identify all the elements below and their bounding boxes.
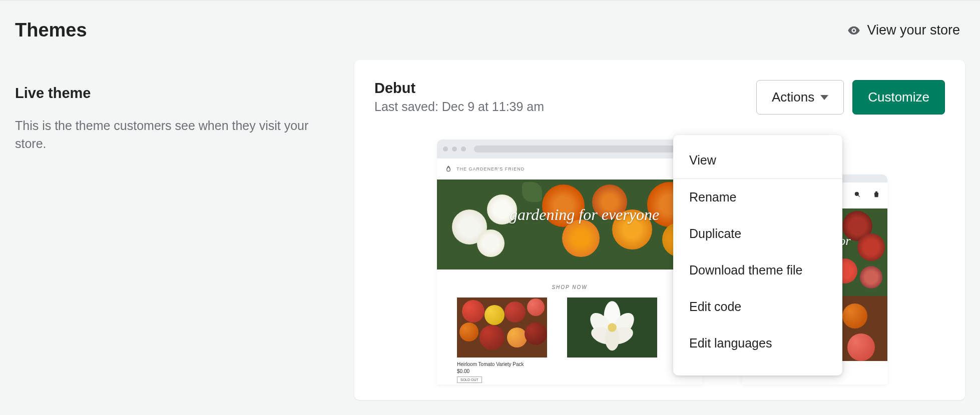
- live-theme-description: Live theme This is the theme customers s…: [15, 60, 319, 400]
- actions-menu-download[interactable]: Download theme file: [673, 252, 842, 288]
- preview-product: Heirloom Tomato Variety Pack $0.00 SOLD …: [457, 298, 547, 383]
- preview-hero: gardening for everyone: [437, 180, 702, 270]
- actions-menu-rename[interactable]: Rename: [673, 179, 842, 216]
- preview-product-price: $0.00: [457, 368, 547, 374]
- leaf-logo-icon: [444, 165, 452, 173]
- browser-chrome: [437, 140, 702, 158]
- view-store-label: View your store: [867, 22, 960, 38]
- theme-card: Debut Last saved: Dec 9 at 11:39 am Acti…: [354, 60, 965, 400]
- svg-point-6: [608, 323, 617, 332]
- page-title: Themes: [15, 20, 87, 41]
- desktop-preview-frame: THE GARDENER'S FRIEND: [437, 140, 702, 384]
- eye-icon: [847, 24, 861, 38]
- theme-name: Debut: [374, 80, 544, 96]
- actions-dropdown: View Rename Duplicate Download theme fil…: [673, 135, 842, 376]
- actions-menu-duplicate[interactable]: Duplicate: [673, 216, 842, 252]
- actions-label: Actions: [772, 90, 814, 105]
- bag-icon: [873, 191, 880, 200]
- theme-preview: THE GARDENER'S FRIEND: [374, 140, 945, 384]
- actions-menu-edit-languages[interactable]: Edit languages: [673, 325, 842, 362]
- preview-product-name: Heirloom Tomato Variety Pack: [457, 362, 547, 367]
- actions-menu-view[interactable]: View: [673, 142, 842, 178]
- live-theme-desc: This is the theme customers see when the…: [15, 116, 319, 153]
- svg-point-7: [855, 192, 858, 196]
- actions-button[interactable]: Actions: [756, 80, 844, 114]
- preview-product: [567, 298, 657, 383]
- preview-product-badge: SOLD OUT: [457, 376, 482, 383]
- preview-shop-now: SHOP NOW: [437, 270, 702, 298]
- page-header: Themes View your store: [0, 0, 980, 60]
- customize-label: Customize: [868, 90, 929, 105]
- search-icon: [854, 191, 861, 200]
- live-theme-heading: Live theme: [15, 85, 319, 102]
- preview-hero-text: gardening for everyone: [510, 206, 659, 224]
- actions-menu-edit-code[interactable]: Edit code: [673, 288, 842, 325]
- preview-brand: THE GARDENER'S FRIEND: [456, 166, 525, 172]
- chevron-down-icon: [820, 95, 828, 100]
- theme-last-saved: Last saved: Dec 9 at 11:39 am: [374, 100, 544, 114]
- svg-line-8: [858, 196, 860, 197]
- view-store-link[interactable]: View your store: [847, 22, 965, 38]
- preview-site-header: THE GARDENER'S FRIEND: [437, 158, 702, 180]
- customize-button[interactable]: Customize: [852, 80, 945, 114]
